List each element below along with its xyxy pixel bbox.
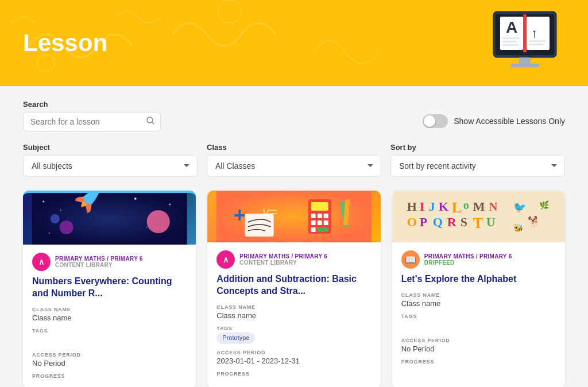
card-source-2: CONTENT LIBRARY [239, 260, 327, 266]
subject-filter-group: Subject All subjects Mathematics English… [23, 143, 198, 177]
card-classname-label-3: CLASS NAME [401, 292, 556, 298]
card-access-label-3: ACCESS PERIOD [401, 338, 556, 343]
svg-text:🐕: 🐕 [527, 215, 540, 228]
svg-point-0 [37, 55, 55, 72]
svg-rect-32 [311, 202, 328, 211]
svg-rect-37 [318, 220, 322, 225]
svg-text:N: N [488, 199, 497, 214]
svg-rect-33 [311, 214, 316, 218]
card-access-value-3: No Period [401, 345, 556, 353]
card-body-1: ∧ PRIMARY MATHS / PRIMARY 6 CONTENT LIBR… [23, 245, 196, 387]
lesson-card-2[interactable]: + y= [207, 191, 380, 387]
svg-text:🐝: 🐝 [513, 223, 523, 233]
tag-prototype: Prototype [216, 332, 255, 344]
card-meta-text-2: PRIMARY MATHS / PRIMARY 6 CONTENT LIBRAR… [239, 253, 327, 266]
card-classname-value-1: Class name [32, 314, 187, 322]
svg-text:T: T [473, 215, 482, 231]
card-progress-label-1: PROGRESS [32, 373, 187, 379]
svg-rect-10 [502, 44, 519, 46]
card-tags-3 [401, 320, 556, 332]
svg-text:U: U [486, 215, 495, 229]
svg-text:H: H [407, 199, 416, 214]
card-title-2: Addition and Subtraction: Basic Concepts… [216, 273, 371, 297]
search-input-wrap [23, 112, 161, 131]
svg-rect-9 [502, 41, 517, 42]
svg-rect-38 [324, 220, 328, 225]
card-tags-2: Prototype [216, 332, 371, 344]
accessible-lessons-toggle[interactable] [423, 114, 448, 128]
card-image-math: + y= [207, 191, 380, 242]
class-filter-select[interactable]: All Classes Primary 6 Primary 5 Primary … [207, 155, 381, 177]
lesson-card-1[interactable]: ∧ PRIMARY MATHS / PRIMARY 6 CONTENT LIBR… [23, 191, 196, 387]
card-access-value-1: No Period [32, 359, 187, 367]
class-filter-label: Class [207, 143, 381, 152]
card-progress-label-2: PROGRESS [216, 371, 371, 377]
svg-rect-36 [311, 220, 316, 225]
accessible-lessons-toggle-row: Show Accessible Lessons Only [423, 114, 565, 131]
svg-text:M: M [473, 199, 485, 214]
sort-filter-group: Sort by Sort by recent activity Sort by … [390, 143, 565, 177]
svg-point-27 [51, 214, 60, 223]
svg-rect-14 [519, 57, 531, 64]
svg-text:L: L [451, 199, 461, 216]
svg-text:🐦: 🐦 [513, 201, 526, 214]
subject-filter-select[interactable]: All subjects Mathematics English Science [23, 155, 198, 177]
sort-filter-label: Sort by [390, 143, 565, 152]
svg-point-21 [146, 227, 148, 228]
svg-text:P: P [419, 215, 427, 229]
toggle-label: Show Accessible Lessons Only [454, 117, 565, 126]
svg-point-22 [49, 233, 50, 234]
card-meta-text-1: PRIMARY MATHS / PRIMARY 6 CONTENT LIBRAR… [55, 256, 143, 268]
svg-point-25 [147, 210, 170, 233]
svg-text:+: + [234, 203, 246, 227]
svg-text:o: o [463, 199, 469, 211]
lessons-grid: ∧ PRIMARY MATHS / PRIMARY 6 CONTENT LIBR… [23, 191, 565, 387]
card-tags-1 [32, 335, 187, 346]
header-illustration: A ↑ [462, 0, 588, 86]
page-title: Lesson [23, 29, 107, 57]
search-input[interactable] [23, 112, 161, 131]
filters-row: Subject All subjects Mathematics English… [23, 143, 565, 177]
svg-text:R: R [447, 215, 457, 229]
card-avatar-3: 📖 [401, 250, 420, 269]
svg-point-26 [60, 220, 74, 234]
card-image-alpha: H I J K L o M N O P Q R S T U 🐦 [392, 191, 565, 242]
card-source-1: CONTENT LIBRARY [55, 262, 143, 268]
subject-filter-label: Subject [23, 143, 198, 152]
card-meta-2: ∧ PRIMARY MATHS / PRIMARY 6 CONTENT LIBR… [216, 250, 371, 269]
card-image-space [23, 193, 196, 245]
sort-filter-select[interactable]: Sort by recent activity Sort by title So… [390, 155, 565, 177]
card-progress-label-3: PROGRESS [401, 359, 556, 365]
card-subject-2: PRIMARY MATHS / PRIMARY 6 [239, 253, 327, 260]
card-meta-text-3: PRIMARY MATHS / PRIMARY 6 DRIPFEED [424, 253, 512, 266]
svg-rect-40 [318, 227, 328, 232]
space-illustration [23, 193, 196, 245]
svg-rect-34 [318, 214, 322, 218]
card-body-3: 📖 PRIMARY MATHS / PRIMARY 6 DRIPFEED Let… [392, 242, 565, 387]
card-classname-value-2: Class name [216, 311, 371, 320]
search-icon-button[interactable] [146, 116, 155, 127]
card-body-2: ∧ PRIMARY MATHS / PRIMARY 6 CONTENT LIBR… [207, 242, 380, 387]
svg-point-20 [169, 204, 171, 206]
monitor-svg: A ↑ [488, 9, 562, 78]
card-meta-1: ∧ PRIMARY MATHS / PRIMARY 6 CONTENT LIBR… [32, 253, 187, 271]
card-avatar-1: ∧ [32, 253, 51, 271]
card-classname-value-3: Class name [401, 299, 556, 308]
lesson-card-3[interactable]: H I J K L o M N O P Q R S T U 🐦 [392, 191, 565, 387]
svg-rect-13 [529, 44, 543, 45]
search-icon [146, 116, 155, 125]
card-source-3: DRIPFEED [424, 260, 512, 266]
toggle-knob [424, 115, 435, 127]
search-group: Search [23, 100, 161, 131]
svg-rect-8 [502, 37, 520, 39]
card-title-1: Numbers Everywhere: Counting and Number … [32, 276, 187, 300]
card-meta-3: 📖 PRIMARY MATHS / PRIMARY 6 DRIPFEED [401, 250, 556, 269]
svg-rect-6 [523, 14, 527, 52]
card-access-label-1: ACCESS PERIOD [32, 352, 187, 358]
card-subject-3: PRIMARY MATHS / PRIMARY 6 [424, 253, 512, 260]
svg-rect-15 [510, 64, 539, 67]
svg-point-18 [42, 201, 44, 203]
card-tags-label-2: TAGS [216, 326, 371, 331]
svg-text:A: A [506, 18, 517, 36]
svg-rect-39 [311, 227, 316, 232]
